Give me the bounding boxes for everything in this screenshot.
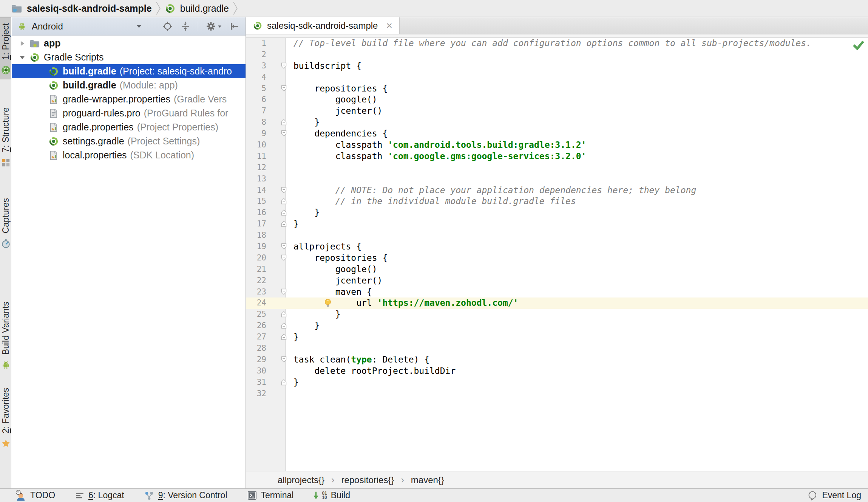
fold-open-icon[interactable] <box>281 62 287 69</box>
code-line-8[interactable]: 8 } <box>246 117 868 128</box>
editor-tab[interactable]: salesiq-sdk-android-sample × <box>246 17 400 34</box>
code-area[interactable]: 1// Top-level build file where you can a… <box>246 38 868 471</box>
code-text: } <box>286 309 341 320</box>
code-line-27[interactable]: 27} <box>246 332 868 343</box>
collapse-all-button[interactable] <box>180 21 190 31</box>
fold-close-icon[interactable] <box>281 311 287 318</box>
code-line-28[interactable]: 28 <box>246 343 868 354</box>
statusbar-item-version-control[interactable]: 9: Version Control <box>144 490 227 500</box>
fold-open-icon[interactable] <box>281 187 287 194</box>
code-line-16[interactable]: 16 } <box>246 207 868 218</box>
code-line-14[interactable]: 14 // NOTE: Do not place your applicatio… <box>246 185 868 196</box>
tree-item-gradle-scripts[interactable]: Gradle Scripts <box>12 50 246 64</box>
code-text: // Top-level build file where you can ad… <box>286 38 811 49</box>
window-breadcrumb-item[interactable]: build.gradle <box>165 3 229 14</box>
breadcrumb-item[interactable]: maven{} <box>411 475 444 485</box>
code-line-9[interactable]: 9 dependencies { <box>246 128 868 139</box>
statusbar-item-event-log[interactable]: Event Log <box>808 490 861 500</box>
sidebar-tab-structure[interactable]: 7: Structure <box>0 107 11 168</box>
code-line-6[interactable]: 6 google() <box>246 94 868 105</box>
statusbar-item-terminal[interactable]: Terminal <box>247 490 294 500</box>
code-line-17[interactable]: 17} <box>246 218 868 230</box>
code-line-4[interactable]: 4 <box>246 72 868 83</box>
code-line-7[interactable]: 7 jcenter() <box>246 105 868 117</box>
tree-item-gradle-wrapper-properties[interactable]: gradle-wrapper.properties(Gradle Vers <box>12 92 246 106</box>
code-line-20[interactable]: 20 repositories { <box>246 253 868 264</box>
code-line-13[interactable]: 13 <box>246 174 868 185</box>
tree-item-gradle-properties[interactable]: gradle.properties(Project Properties) <box>12 120 246 134</box>
fold-open-icon[interactable] <box>281 288 287 295</box>
fold-open-icon[interactable] <box>281 243 287 250</box>
code-line-18[interactable]: 18 <box>246 230 868 241</box>
statusbar-item-logcat[interactable]: 6: Logcat <box>75 490 124 500</box>
fold-region <box>269 128 286 139</box>
fold-region <box>269 60 286 72</box>
line-number: 12 <box>246 162 269 174</box>
code-line-5[interactable]: 5 repositories { <box>246 83 868 95</box>
code-line-3[interactable]: 3buildscript { <box>246 60 868 72</box>
locate-button[interactable] <box>162 21 173 31</box>
code-line-2[interactable]: 2 <box>246 49 868 60</box>
fold-close-icon[interactable] <box>281 220 287 227</box>
tree-item-proguard-rules-pro[interactable]: proguard-rules.pro(ProGuard Rules for <box>12 106 246 120</box>
fold-close-icon[interactable] <box>281 119 287 126</box>
code-line-26[interactable]: 26 } <box>246 320 868 332</box>
line-number: 18 <box>246 230 269 241</box>
fold-open-icon[interactable] <box>281 356 287 363</box>
fold-close-icon[interactable] <box>281 209 287 216</box>
fold-close-icon[interactable] <box>281 198 287 205</box>
code-line-15[interactable]: 15 // in the individual module build.gra… <box>246 196 868 207</box>
breadcrumb-item[interactable]: repositories{} <box>341 475 394 485</box>
breadcrumb-item[interactable]: allprojects{} <box>278 475 324 485</box>
code-line-29[interactable]: 29task clean(type: Delete) { <box>246 354 868 366</box>
code-line-22[interactable]: 22 jcenter() <box>246 275 868 287</box>
sidebar-tab-project[interactable]: 1: Project <box>0 17 11 79</box>
fold-open-icon[interactable] <box>281 130 287 137</box>
fold-close-icon[interactable] <box>281 322 287 329</box>
code-line-21[interactable]: 21 google() <box>246 264 868 275</box>
fold-open-icon[interactable] <box>281 85 287 92</box>
tree-item-build-gradle[interactable]: build.gradle(Module: app) <box>12 78 246 92</box>
tree-item-settings-gradle[interactable]: settings.gradle(Project Settings) <box>12 134 246 148</box>
tree-item-app[interactable]: app <box>12 36 246 50</box>
code-text: buildscript { <box>286 60 361 72</box>
line-number: 28 <box>246 343 269 354</box>
project-folder-icon <box>11 3 22 14</box>
tree-collapsed-arrow-icon[interactable] <box>18 39 26 48</box>
code-line-11[interactable]: 11 classpath 'com.google.gms:google-serv… <box>246 151 868 162</box>
code-line-10[interactable]: 10 classpath 'com.android.tools.build:gr… <box>246 139 868 151</box>
hide-panel-button[interactable] <box>229 21 239 31</box>
window-breadcrumb-item[interactable]: salesiq-sdk-android-sample <box>11 3 152 14</box>
editor-top-strip <box>246 34 868 38</box>
folder-app-icon <box>29 38 40 49</box>
code-line-25[interactable]: 25 } <box>246 309 868 320</box>
intention-bulb-icon[interactable] <box>324 298 332 308</box>
tree-expanded-arrow-icon[interactable] <box>18 53 26 62</box>
statusbar-item-build[interactable]: 0110Build <box>313 490 350 500</box>
code-line-12[interactable]: 12 <box>246 162 868 174</box>
statusbar-item-todo[interactable]: TODO <box>15 490 55 501</box>
code-line-1[interactable]: 1// Top-level build file where you can a… <box>246 38 868 49</box>
fold-close-icon[interactable] <box>281 379 287 386</box>
code-line-31[interactable]: 31} <box>246 377 868 388</box>
line-number: 3 <box>246 60 269 72</box>
project-view-selector[interactable]: Android <box>17 21 142 32</box>
code-line-19[interactable]: 19allprojects { <box>246 241 868 253</box>
panel-header-actions <box>162 21 239 31</box>
sidebar-tab-favorites[interactable]: 2: Favorites <box>0 388 11 449</box>
code-line-23[interactable]: 23 maven { <box>246 287 868 298</box>
sidebar-tab-build-variants[interactable]: Build Variants <box>0 302 11 370</box>
code-line-24[interactable]: 24 url 'https://maven.zohodl.com/' <box>246 297 868 309</box>
settings-button[interactable] <box>206 21 222 31</box>
close-tab-icon[interactable]: × <box>386 21 392 30</box>
fold-region <box>269 105 286 117</box>
tree-item-build-gradle[interactable]: build.gradle(Project: salesiq-sdk-andro <box>12 64 246 78</box>
build-badge: 0110 <box>322 491 327 500</box>
code-line-32[interactable]: 32 <box>246 388 868 400</box>
code-line-30[interactable]: 30 delete rootProject.buildDir <box>246 366 868 377</box>
sidebar-tab-captures[interactable]: Captures <box>0 198 11 249</box>
fold-open-icon[interactable] <box>281 254 287 261</box>
fold-close-icon[interactable] <box>281 333 287 340</box>
code-text: google() <box>286 264 377 275</box>
tree-item-local-properties[interactable]: local.properties(SDK Location) <box>12 148 246 162</box>
